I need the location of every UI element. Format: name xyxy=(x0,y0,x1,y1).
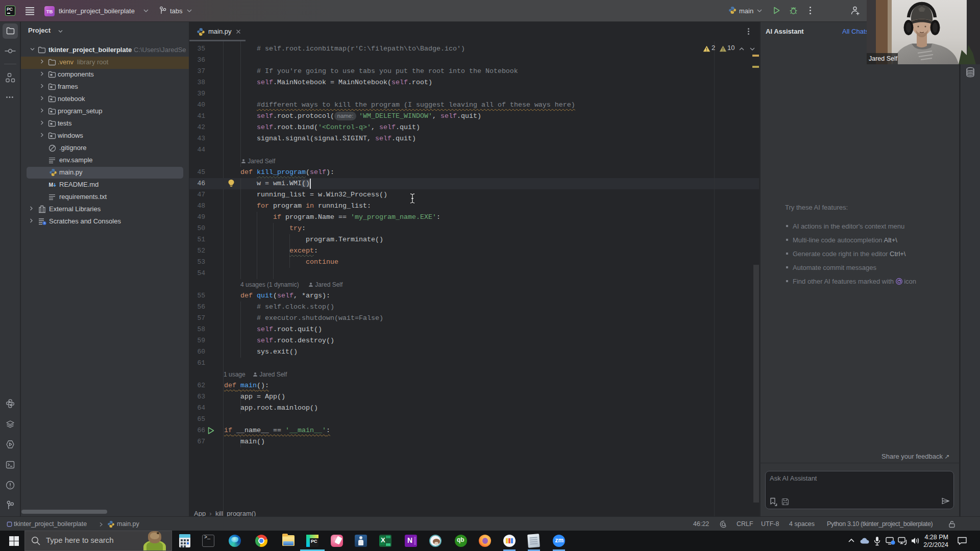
svg-text:M: M xyxy=(49,182,54,188)
svg-text:Jared Self: Jared Self xyxy=(869,55,898,62)
